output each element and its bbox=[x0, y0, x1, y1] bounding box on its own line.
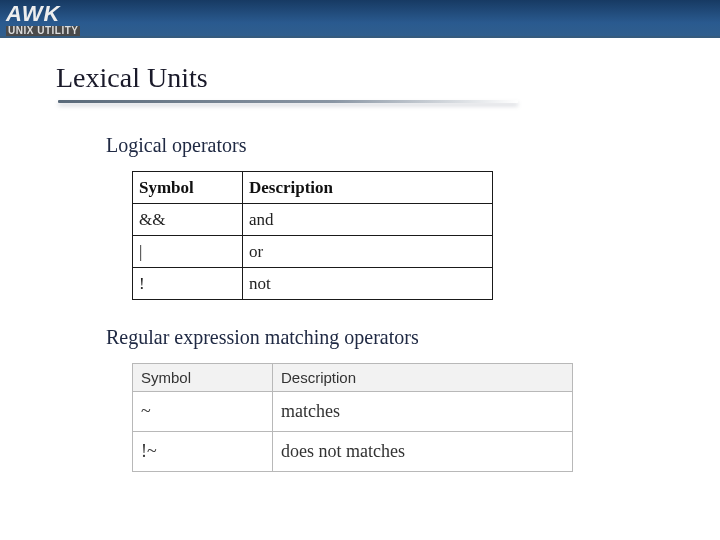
page-title: Lexical Units bbox=[56, 62, 720, 100]
logo-main-text: AWK bbox=[6, 3, 80, 25]
cell-desc: not bbox=[243, 268, 493, 300]
section2-heading: Regular expression matching operators bbox=[106, 326, 720, 349]
table-row: ! not bbox=[133, 268, 493, 300]
col-description: Description bbox=[243, 172, 493, 204]
table-row: | or bbox=[133, 236, 493, 268]
table-header-row: Symbol Description bbox=[133, 172, 493, 204]
table-row: && and bbox=[133, 204, 493, 236]
logical-operators-table: Symbol Description && and | or ! not bbox=[132, 171, 493, 300]
slide-body: Lexical Units Logical operators Symbol D… bbox=[0, 38, 720, 472]
cell-symbol: ! bbox=[133, 268, 243, 300]
logo: AWK UNIX UTILITY bbox=[6, 3, 80, 36]
logo-sub-text: UNIX UTILITY bbox=[6, 26, 80, 36]
header-divider bbox=[0, 36, 720, 38]
cell-desc: matches bbox=[273, 392, 573, 432]
slide-header: AWK UNIX UTILITY bbox=[0, 0, 720, 38]
table-row: ~ matches bbox=[133, 392, 573, 432]
cell-desc: and bbox=[243, 204, 493, 236]
col-symbol: Symbol bbox=[133, 364, 273, 392]
table-row: !~ does not matches bbox=[133, 432, 573, 472]
cell-desc: does not matches bbox=[273, 432, 573, 472]
cell-desc: or bbox=[243, 236, 493, 268]
col-description: Description bbox=[273, 364, 573, 392]
section1-heading: Logical operators bbox=[106, 134, 720, 157]
cell-symbol: ~ bbox=[133, 392, 273, 432]
regex-operators-table: Symbol Description ~ matches !~ does not… bbox=[132, 363, 573, 472]
title-block: Lexical Units bbox=[56, 62, 720, 100]
table-header-row: Symbol Description bbox=[133, 364, 573, 392]
cell-symbol: | bbox=[133, 236, 243, 268]
col-symbol: Symbol bbox=[133, 172, 243, 204]
title-underline bbox=[58, 100, 518, 103]
cell-symbol: && bbox=[133, 204, 243, 236]
cell-symbol: !~ bbox=[133, 432, 273, 472]
